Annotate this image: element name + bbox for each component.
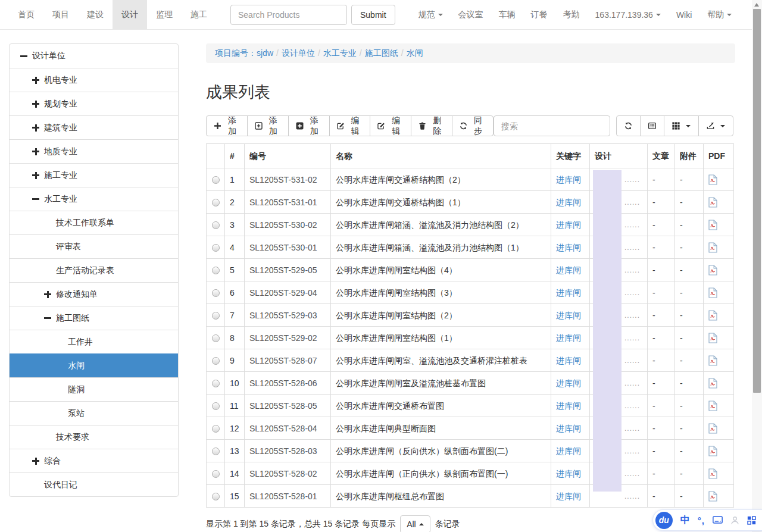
delete-button[interactable]: 删除	[411, 115, 452, 136]
sidebar-item-评审表[interactable]: 评审表	[10, 234, 178, 258]
sync-button[interactable]: 同步	[452, 115, 494, 136]
sidebar-item-水闸[interactable]: 水闸	[10, 353, 178, 377]
ime-punctuation-icon[interactable]: °,	[698, 515, 705, 525]
row-radio-button[interactable]	[212, 312, 220, 320]
row-radio-button[interactable]	[212, 470, 220, 478]
sidebar-item-工作井[interactable]: 工作井	[10, 330, 178, 353]
row-radio-button[interactable]	[212, 380, 220, 387]
nav-item-meal-order[interactable]: 订餐	[523, 0, 555, 30]
submit-button[interactable]: Submit	[351, 5, 395, 25]
sidebar-item-建筑专业[interactable]: 建筑专业	[10, 115, 178, 139]
row-radio-button[interactable]	[212, 447, 220, 455]
add-button-2[interactable]: 添加	[247, 115, 289, 136]
row-radio-button[interactable]	[212, 425, 220, 433]
keyword-link[interactable]: 进库闸	[556, 469, 581, 478]
column-header-编号[interactable]: 编号	[245, 144, 331, 168]
keyword-link[interactable]: 进库闸	[556, 288, 581, 298]
nav-item-attendance[interactable]: 考勤	[555, 0, 588, 30]
nav-item-home[interactable]: 首页	[9, 0, 43, 30]
nav-item-vehicle[interactable]: 车辆	[491, 0, 523, 30]
pdf-file-icon[interactable]	[708, 491, 729, 502]
scrollbar-up-arrow-icon[interactable]	[754, 3, 759, 7]
pdf-file-icon[interactable]	[708, 423, 729, 434]
column-header-名称[interactable]: 名称	[331, 144, 551, 168]
table-search-input[interactable]	[494, 115, 610, 136]
pdf-file-icon[interactable]	[708, 220, 729, 230]
keyword-link[interactable]: 进库闸	[556, 175, 581, 184]
keyword-link[interactable]: 进库闸	[556, 243, 581, 252]
collapse-minus-icon[interactable]	[44, 315, 51, 322]
breadcrumb-link[interactable]: 施工图纸	[365, 48, 398, 58]
sidebar-item-施工专业[interactable]: 施工专业	[10, 163, 178, 187]
sidebar-item-水工专业[interactable]: 水工专业	[10, 187, 178, 211]
keyword-link[interactable]: 进库闸	[556, 492, 581, 501]
keyword-link[interactable]: 进库闸	[556, 311, 581, 320]
keyword-link[interactable]: 进库闸	[556, 220, 581, 230]
keyword-link[interactable]: 进库闸	[556, 446, 581, 456]
nav-item-standards[interactable]: 规范	[411, 0, 451, 30]
collapse-minus-icon[interactable]	[32, 196, 39, 203]
pdf-file-icon[interactable]	[708, 242, 729, 253]
nav-item-wiki[interactable]: Wiki	[669, 0, 699, 30]
sidebar-item-技术要求[interactable]: 技术要求	[10, 425, 178, 449]
expand-plus-icon[interactable]	[32, 77, 39, 84]
pdf-file-icon[interactable]	[708, 197, 729, 208]
export-button[interactable]	[698, 115, 733, 136]
expand-plus-icon[interactable]	[32, 172, 39, 179]
ime-user-icon[interactable]	[730, 516, 739, 525]
row-radio-button[interactable]	[212, 267, 220, 274]
expand-plus-icon[interactable]	[32, 458, 39, 465]
edit-button-2[interactable]: 编辑	[370, 115, 411, 136]
sidebar-item-设计单位[interactable]: 设计单位	[10, 44, 178, 68]
expand-plus-icon[interactable]	[44, 291, 51, 298]
row-radio-button[interactable]	[212, 244, 220, 252]
breadcrumb-link[interactable]: 水工专业	[323, 48, 357, 58]
columns-button[interactable]	[664, 115, 699, 136]
sidebar-item-规划专业[interactable]: 规划专业	[10, 92, 178, 115]
sidebar-item-修改通知单[interactable]: 修改通知单	[10, 282, 178, 306]
keyword-link[interactable]: 进库闸	[556, 265, 581, 275]
scrollbar-thumb[interactable]	[753, 9, 761, 393]
edit-button-1[interactable]: 编辑	[329, 115, 371, 136]
breadcrumb-link[interactable]: 项目编号：sjdw	[215, 48, 273, 58]
column-header-#[interactable]: #	[225, 144, 245, 168]
keyword-link[interactable]: 进库闸	[556, 198, 581, 207]
row-radio-button[interactable]	[212, 402, 220, 410]
ime-softkeyboard-icon[interactable]	[713, 516, 723, 524]
sidebar-item-机电专业[interactable]: 机电专业	[10, 68, 178, 92]
row-radio-button[interactable]	[212, 357, 220, 365]
nav-item-project[interactable]: 项目	[43, 0, 78, 30]
column-header-附件[interactable]: 附件	[675, 144, 704, 168]
pdf-file-icon[interactable]	[708, 174, 729, 185]
nav-item-help[interactable]: 帮助	[699, 0, 739, 30]
keyword-link[interactable]: 进库闸	[556, 401, 581, 411]
pdf-file-icon[interactable]	[708, 378, 729, 389]
pdf-file-icon[interactable]	[708, 446, 729, 456]
collapse-minus-icon[interactable]	[20, 52, 27, 60]
pdf-file-icon[interactable]	[708, 287, 729, 298]
column-header-设计[interactable]: 设计	[590, 144, 648, 168]
keyword-link[interactable]: 进库闸	[556, 333, 581, 343]
pdf-file-icon[interactable]	[708, 468, 729, 479]
sidebar-item-隧洞[interactable]: 隧洞	[10, 377, 178, 401]
sidebar-item-泵站[interactable]: 泵站	[10, 401, 178, 425]
page-size-dropdown[interactable]: All	[400, 515, 430, 532]
row-radio-button[interactable]	[212, 221, 220, 229]
sidebar-item-技术工作联系单[interactable]: 技术工作联系单	[10, 211, 178, 234]
pdf-file-icon[interactable]	[708, 355, 729, 366]
row-radio-button[interactable]	[212, 289, 220, 297]
row-radio-button[interactable]	[212, 176, 220, 184]
pdf-file-icon[interactable]	[708, 333, 729, 343]
sidebar-item-施工图纸[interactable]: 施工图纸	[10, 306, 178, 330]
breadcrumb-link[interactable]: 设计单位	[282, 48, 315, 58]
breadcrumb-link[interactable]: 水闸	[407, 48, 423, 58]
row-radio-button[interactable]	[212, 334, 220, 342]
column-header-select[interactable]	[207, 144, 225, 168]
add-button-1[interactable]: 添加	[206, 115, 248, 136]
baidu-ime-logo-icon[interactable]: du	[655, 512, 673, 529]
nav-item-shigong[interactable]: 施工	[182, 0, 216, 30]
column-header-文章[interactable]: 文章	[648, 144, 675, 168]
ime-menu-grid-icon[interactable]	[747, 516, 756, 525]
window-scrollbar[interactable]	[752, 0, 762, 532]
sidebar-item-地质专业[interactable]: 地质专业	[10, 139, 178, 163]
